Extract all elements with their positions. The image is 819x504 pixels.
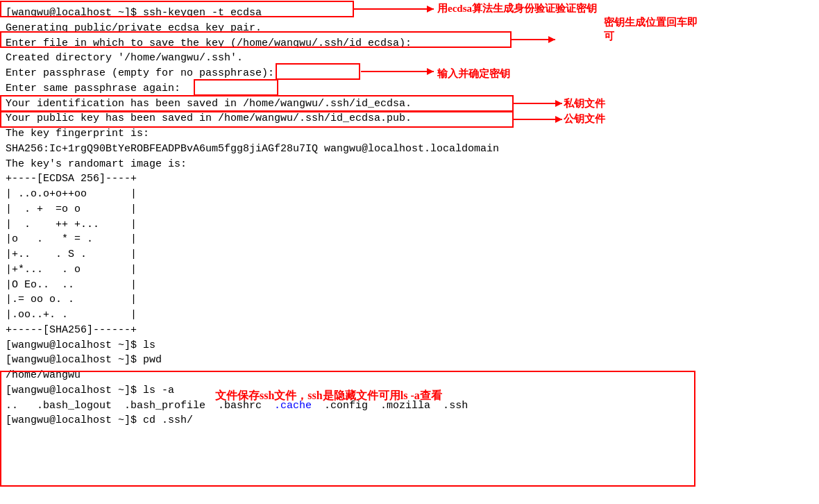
annotation-public-key: 公钥文件 [564,112,605,127]
annotation-private-key: 私钥文件 [564,96,605,112]
terminal-line-11: The key's randomart image is: [6,157,813,172]
terminal-window: [wangwu@localhost ~]$ ssh-keygen -t ecds… [0,0,819,431]
terminal-line-8: Your public key has been saved in /home/… [6,111,813,126]
terminal-line-3: Enter file in which to save the key (/ho… [6,36,813,51]
terminal-line-4: Created directory '/home/wangwu/.ssh'. [6,51,813,66]
terminal-line-15: | . ++ +... | [6,217,813,233]
annotation-ecdsa-title: 用ecdsa算法生成身份验证验证密钥 [437,1,597,17]
terminal-line-9: The key fingerprint is: [6,126,813,142]
annotation-ecdsa-line3: 可 [604,29,614,44]
terminal-line-14: | . + =o o | [6,202,813,217]
terminal-line-22: +-----[SHA256]------+ [6,323,813,338]
terminal-line-6: Enter same passphrase again: [6,81,813,96]
terminal-line-21: |.oo..+. . | [6,308,813,323]
terminal-line-17: |+.. . S . | [6,247,813,262]
terminal-line-10: SHA256:Ic+1rgQ90BtYeROBFEADPBvA6um5fgg8j… [6,142,813,157]
terminal-line-7: Your identification has been saved in /h… [6,96,813,112]
terminal-line-5: Enter passphrase (empty for no passphras… [6,66,813,81]
terminal-line-25: /home/wangwu [6,368,813,383]
terminal-line-20: |.= oo o. . | [6,292,813,308]
annotation-ecdsa-line2: 密钥生成位置回车即 [604,15,698,31]
terminal-line-18: |+*... . o | [6,262,813,278]
annotation-ls: 文件保存ssh文件，ssh是隐藏文件可用ls -a查看 [215,387,442,403]
terminal-line-16: |o . * = . | [6,232,813,247]
terminal-line-24: [wangwu@localhost ~]$ pwd [6,353,813,368]
terminal-line-28: [wangwu@localhost ~]$ cd .ssh/ [6,413,813,428]
terminal-line-13: | ..o.o+o++oo | [6,187,813,202]
terminal-line-12: +----[ECDSA 256]----+ [6,171,813,187]
terminal-line-19: |O Eo.. .. | [6,278,813,293]
terminal-line-23: [wangwu@localhost ~]$ ls [6,338,813,353]
annotation-passphrase: 输入并确定密钥 [437,67,510,82]
